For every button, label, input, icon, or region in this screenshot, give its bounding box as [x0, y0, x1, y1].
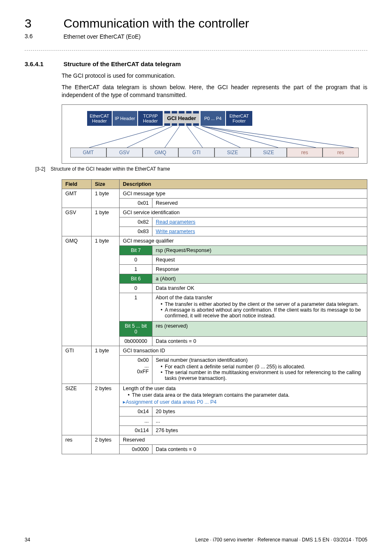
caption-tag: [3-2]	[25, 166, 45, 172]
val-0xff: 0xFF	[123, 369, 149, 375]
val-0x00: 0x00	[123, 357, 149, 363]
gci-header-label: GCI Header	[167, 116, 196, 121]
cell-link: Read parameters	[152, 217, 367, 227]
cell-size: 2 bytes	[92, 435, 120, 454]
serial-title: Serial number (transaction identificatio…	[156, 357, 248, 363]
cell-value: 0x114	[120, 426, 152, 435]
cell-value: 0x01	[120, 198, 152, 208]
cell-desc: GCI message type	[120, 189, 367, 198]
cell-value: 1	[120, 264, 152, 274]
assignment-link[interactable]: Assignment of user data areas P0 ... P4	[123, 399, 217, 405]
cell-value: 0	[120, 255, 152, 264]
table-row: GTI 1 byte GCI transaction ID	[62, 346, 367, 355]
frame-row: EtherCATHeader IP Header TCP/IPHeader GC…	[87, 111, 359, 126]
cell-size: 1 byte	[92, 346, 120, 384]
table-row: GMQ 1 byte GCI message qualifier	[62, 236, 367, 245]
ethercat-footer-box: EtherCATFooter	[226, 111, 253, 126]
cell-text: 20 bytes	[152, 407, 367, 416]
chapter-number: 3	[25, 16, 62, 30]
cell-field: GMQ	[62, 236, 92, 346]
subsection-title: Structure of the EtherCAT data telegram	[63, 60, 181, 67]
field-size-2: SIZE	[251, 148, 287, 157]
field-gmt: GMT	[70, 148, 106, 157]
col-size: Size	[92, 179, 120, 189]
cell-desc: Length of the user data The user data ar…	[120, 384, 367, 407]
cell-text: Serial number (transaction identificatio…	[152, 355, 367, 384]
size-bullets: The user data area or the data telegram …	[128, 392, 364, 398]
bit7-header: Bit 7	[120, 245, 152, 255]
val-ellipsis: ...	[123, 363, 149, 369]
cell-text: Data contents = 0	[152, 336, 367, 346]
col-desc: Description	[120, 179, 367, 189]
footer-text: Lenze · i700 servo inverter · Reference …	[195, 537, 367, 543]
table-row: GSV 1 byte GCI service identification	[62, 208, 367, 217]
field-res-2: res	[323, 148, 359, 157]
subsection-header: 3.6.4.1 Structure of the EtherCAT data t…	[25, 60, 367, 68]
cell-size: 1 byte	[92, 208, 120, 236]
field-size: SIZE	[214, 148, 251, 157]
body-text: The GCI protocol is used for communicati…	[62, 72, 367, 99]
section-title: Ethernet over EtherCAT (EoE)	[63, 33, 141, 40]
cell-text: Request	[152, 255, 367, 264]
cell-text: 276 bytes	[152, 426, 367, 435]
cell-size: 2 bytes	[92, 384, 120, 435]
list-item: For each client a definite serial number…	[161, 364, 364, 370]
gci-header-box: GCI Header	[163, 111, 200, 126]
abort-bullets: The transfer is either aborted by the cl…	[161, 301, 364, 319]
figure-caption: [3-2] Structure of the GCI header within…	[25, 166, 367, 172]
cell-desc: GCI transaction ID	[120, 346, 367, 355]
page-footer: 34 Lenze · i700 servo inverter · Referen…	[25, 537, 367, 543]
cell-value-range: 0x00 ... 0xFF	[120, 355, 152, 384]
cell-text: Reserved	[152, 198, 367, 208]
bit7-desc: rsp (Request/Response)	[152, 245, 367, 255]
spec-table: Field Size Description GMT 1 byte GCI me…	[62, 179, 367, 454]
cell-field: GMT	[62, 189, 92, 208]
table-row: GMT 1 byte GCI message type	[62, 189, 367, 198]
cell-size: 1 byte	[92, 236, 120, 346]
cell-value: 0b000000	[120, 336, 152, 346]
ip-header-box: IP Header	[112, 111, 138, 126]
caption-text: Structure of the GCI header within the E…	[51, 166, 170, 172]
table-row: res 2 bytes Reserved	[62, 435, 367, 444]
tcpip-header-box: TCP/IPHeader	[138, 111, 163, 126]
cell-value: 0x14	[120, 407, 152, 416]
cell-text: Data contents = 0	[152, 444, 367, 454]
size-desc: Length of the user data	[123, 386, 176, 391]
cell-desc: GCI message qualifier	[120, 236, 367, 245]
cell-field: SIZE	[62, 384, 92, 435]
divider	[25, 50, 367, 51]
field-gmq: GMQ	[143, 148, 179, 157]
cell-desc: Reserved	[120, 435, 367, 444]
list-item: A message is aborted without any confirm…	[161, 307, 364, 319]
cell-text: Data transfer OK	[152, 283, 367, 293]
cell-size: 1 byte	[92, 189, 120, 208]
abort-title: Abort of the data transfer	[156, 295, 212, 301]
cell-desc: GCI service identification	[120, 208, 367, 217]
chapter-header: 3 Communication with the controller	[25, 16, 367, 30]
paragraph: The EtherCAT data telegram is shown belo…	[62, 83, 367, 99]
field-gsv: GSV	[106, 148, 143, 157]
section-number: 3.6	[25, 33, 62, 39]
cell-value: ...	[120, 416, 152, 426]
table-row: SIZE 2 bytes Length of the user data The…	[62, 384, 367, 407]
read-parameters-link[interactable]: Read parameters	[156, 219, 196, 225]
paragraph: The GCI protocol is used for communicati…	[62, 72, 367, 80]
cell-value: 0x82	[120, 217, 152, 227]
col-field: Field	[62, 179, 92, 189]
page-number: 34	[25, 537, 30, 543]
bit5-0-desc: res (reserved)	[152, 321, 367, 336]
cell-value: 0x83	[120, 227, 152, 236]
p0-p4-box: P0 ... P4	[200, 111, 226, 126]
telegram-diagram: EtherCATHeader IP Header TCP/IPHeader GC…	[62, 104, 367, 164]
field-gti: GTI	[178, 148, 214, 157]
serial-bullets: For each client a definite serial number…	[161, 364, 364, 381]
connector-lines	[70, 126, 359, 148]
section-header: 3.6 Ethernet over EtherCAT (EoE)	[25, 33, 367, 40]
bit5-0-header: Bit 5 ... bit 0	[120, 321, 152, 336]
bit6-desc: a (Abort)	[152, 274, 367, 283]
gci-fields-row: GMT GSV GMQ GTI SIZE SIZE res res	[70, 148, 359, 157]
write-parameters-link[interactable]: Write parameters	[156, 229, 195, 234]
cell-text: Response	[152, 264, 367, 274]
cell-value: 1	[120, 293, 152, 321]
bit6-header: Bit 6	[120, 274, 152, 283]
